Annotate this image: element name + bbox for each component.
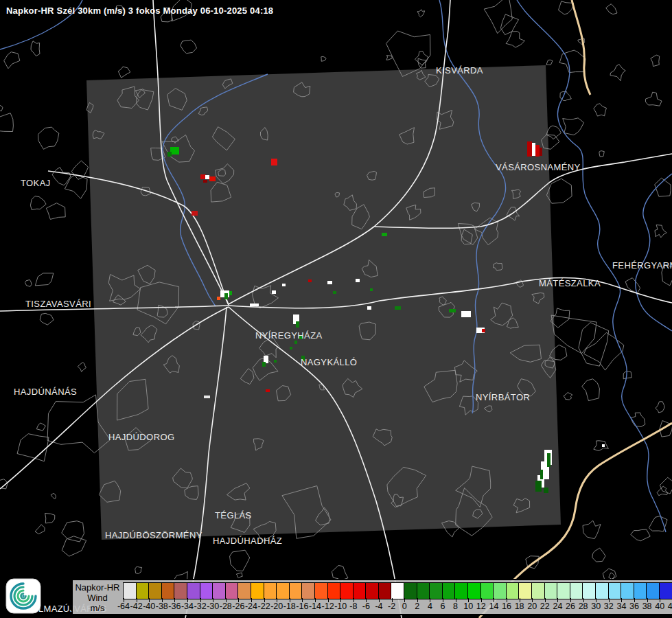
legend-color-box [595,582,609,599]
radar-echo [367,306,371,310]
legend-color-box [557,582,570,599]
settlement-outline [36,423,45,431]
settlement-outline [321,56,326,61]
settlement-outline [662,264,672,286]
radar-echo [370,288,373,291]
settlement-outline [78,363,86,372]
settlement-outline [564,393,572,400]
legend-color-box [506,582,520,599]
settlement-outline [181,40,197,53]
legend-color-box [404,582,417,599]
legend-color-box [225,582,239,599]
radar-echo [527,141,532,157]
radar-echo [274,360,277,363]
settlement-outline [599,151,604,157]
settlement-outline [417,10,425,17]
settlement-outline [594,441,609,451]
legend-color-box [289,582,303,599]
radar-echo [482,329,485,332]
legend-color-box [314,582,328,599]
radar-echo [395,306,401,310]
settlement-outline [0,105,3,111]
settlement-outline [645,92,662,106]
settlement-outline [651,55,660,67]
settlement-outline [656,402,664,413]
radar-echo [461,311,471,317]
legend-color-box [136,582,150,599]
settlement-outline [45,514,55,523]
radar-echo [205,175,209,179]
radar-echo [217,297,220,300]
legend-color-box [365,582,379,599]
settlement-outline [415,52,428,65]
settlement-outline [46,203,65,220]
radar-echo [333,291,336,294]
radar-echo [449,309,456,312]
settlement-outline [35,525,45,534]
settlement-outline [655,225,667,238]
settlement-outline [500,14,518,35]
legend-color-box [327,582,341,599]
legend-color-box [276,582,290,599]
legend-color-box [378,582,392,599]
app-logo-icon [5,578,41,614]
legend-title: Napkor-HR Wind m/s [74,581,121,614]
major-road [572,0,590,95]
radar-echo [535,481,542,492]
settlement-outline [631,529,651,541]
settlement-outline [40,313,54,325]
map-title: Napkor-HR Szél 30km (m/s) 3 fokos Monday… [6,5,273,16]
radar-echo [250,304,259,306]
radar-echo [547,453,551,467]
legend-product-label: Napkor-HR [75,582,119,593]
radar-echo [301,356,305,361]
legend-color-box [621,582,634,599]
legend-field-label: Wind [87,593,108,603]
legend-color-box [467,582,481,599]
settlement-outline [31,41,40,56]
radar-echo [602,444,605,447]
legend-color-box [174,582,187,599]
settlement-outline [0,113,13,132]
legend-color-box [251,582,264,599]
legend-color-box [531,582,545,599]
legend-color-box [608,582,622,599]
legend-color-box [200,582,213,599]
settlement-outline [546,60,553,65]
legend-color-box [493,582,507,599]
legend-color-box [264,582,277,599]
radar-map [0,0,672,618]
radar-echo [327,281,332,284]
radar-echo [299,335,303,339]
radar-echo [356,279,360,282]
settlement-outline [51,493,56,499]
legend-color-box [544,582,558,599]
settlement-outline [592,548,605,562]
legend-color-box [123,582,137,599]
settlement-outline [546,126,561,139]
legend-panel: Napkor-HR Wind m/s -64-42-40-38-36-34-32… [71,579,672,615]
legend-color-box [301,582,315,599]
radar-echo [532,143,535,156]
scan-area [86,65,561,540]
legend-tick-label: 42 [664,602,672,611]
settlement-outline [386,56,393,60]
radar-echo [294,341,297,344]
legend-color-box [417,582,430,599]
settlement-outline [230,550,250,571]
radar-echo [296,321,299,328]
radar-echo [290,347,292,350]
settlement-outline [559,50,586,73]
legend-color-box [212,582,226,599]
legend-color-box [659,582,672,599]
radar-echo [224,293,228,299]
settlement-outline [17,434,49,461]
legend-color-box [518,582,532,599]
radar-echo [540,148,542,156]
radar-echo [209,176,216,181]
legend-color-scale [124,582,672,598]
settlement-outline [551,315,596,354]
legend-color-box [340,582,354,599]
settlement-outline [4,52,20,69]
legend-unit-label: m/s [91,603,105,613]
